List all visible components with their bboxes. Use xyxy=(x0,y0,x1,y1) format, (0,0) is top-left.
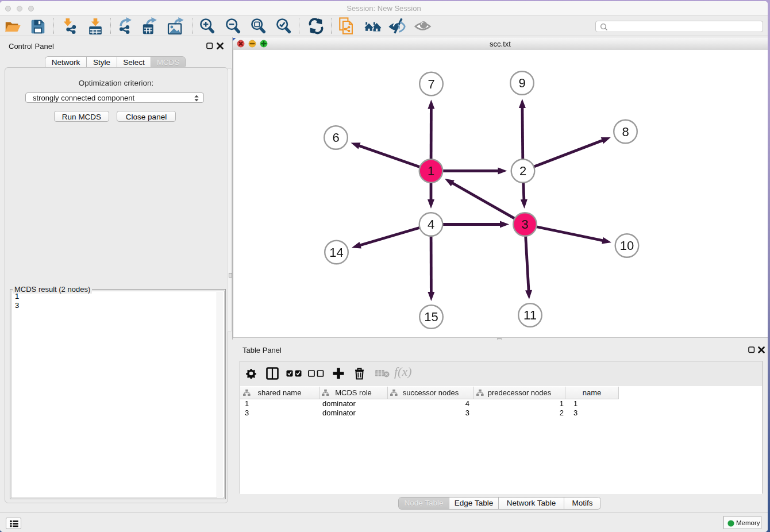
svg-text:9: 9 xyxy=(518,76,525,90)
svg-text:2: 2 xyxy=(519,164,526,178)
svg-text:15: 15 xyxy=(424,310,438,324)
svg-text:4: 4 xyxy=(428,217,434,232)
svg-text:7: 7 xyxy=(428,77,434,91)
svg-text:14: 14 xyxy=(329,245,343,260)
svg-text:8: 8 xyxy=(622,125,629,139)
svg-text:10: 10 xyxy=(620,238,634,253)
svg-text:11: 11 xyxy=(523,308,537,322)
svg-text:3: 3 xyxy=(521,217,528,232)
svg-text:6: 6 xyxy=(332,130,339,145)
svg-text:1: 1 xyxy=(428,164,434,178)
